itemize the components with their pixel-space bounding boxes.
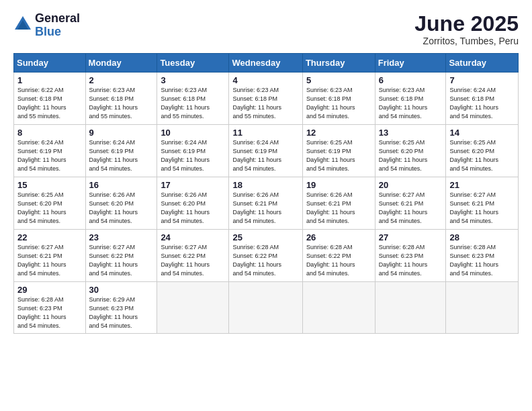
- day-info: Sunrise: 6:25 AM Sunset: 6:20 PM Dayligh…: [17, 191, 83, 226]
- day-number: 21: [449, 180, 515, 190]
- table-row: [302, 282, 375, 334]
- location: Zorritos, Tumbes, Peru: [414, 36, 519, 46]
- day-number: 17: [161, 180, 226, 190]
- day-info: Sunrise: 6:23 AM Sunset: 6:18 PM Dayligh…: [232, 86, 299, 121]
- table-row: 19Sunrise: 6:26 AM Sunset: 6:21 PM Dayli…: [302, 177, 375, 230]
- day-info: Sunrise: 6:23 AM Sunset: 6:18 PM Dayligh…: [306, 86, 372, 121]
- table-row: 29Sunrise: 6:28 AM Sunset: 6:23 PM Dayli…: [14, 282, 86, 334]
- table-row: 22Sunrise: 6:27 AM Sunset: 6:21 PM Dayli…: [14, 230, 86, 282]
- day-info: Sunrise: 6:29 AM Sunset: 6:23 PM Dayligh…: [89, 295, 154, 330]
- table-row: 21Sunrise: 6:27 AM Sunset: 6:21 PM Dayli…: [446, 177, 519, 230]
- day-number: 18: [232, 180, 299, 190]
- table-row: 28Sunrise: 6:28 AM Sunset: 6:23 PM Dayli…: [446, 230, 519, 282]
- month-title: June 2025: [414, 12, 519, 36]
- table-row: 11Sunrise: 6:24 AM Sunset: 6:19 PM Dayli…: [229, 125, 302, 177]
- day-info: Sunrise: 6:26 AM Sunset: 6:20 PM Dayligh…: [161, 191, 226, 226]
- day-number: 1: [17, 75, 83, 85]
- header: General Blue June 2025 Zorritos, Tumbes,…: [13, 12, 519, 46]
- day-number: 12: [306, 128, 372, 138]
- day-number: 24: [161, 232, 226, 242]
- day-info: Sunrise: 6:28 AM Sunset: 6:23 PM Dayligh…: [17, 295, 83, 330]
- day-number: 29: [17, 285, 83, 295]
- logo-general-text: General: [35, 12, 80, 26]
- day-number: 26: [306, 232, 372, 242]
- table-row: 10Sunrise: 6:24 AM Sunset: 6:19 PM Dayli…: [157, 125, 229, 177]
- day-info: Sunrise: 6:27 AM Sunset: 6:21 PM Dayligh…: [17, 243, 83, 278]
- day-number: 27: [379, 232, 443, 242]
- header-sunday: Sunday: [14, 54, 86, 73]
- day-number: 28: [449, 232, 515, 242]
- header-saturday: Saturday: [446, 54, 519, 73]
- day-number: 22: [17, 232, 83, 242]
- day-info: Sunrise: 6:23 AM Sunset: 6:18 PM Dayligh…: [89, 86, 154, 121]
- calendar-table: Sunday Monday Tuesday Wednesday Thursday…: [13, 53, 519, 334]
- day-number: 7: [449, 75, 515, 85]
- table-row: 2Sunrise: 6:23 AM Sunset: 6:18 PM Daylig…: [85, 73, 157, 125]
- day-number: 19: [306, 180, 372, 190]
- day-info: Sunrise: 6:27 AM Sunset: 6:22 PM Dayligh…: [89, 243, 154, 278]
- day-info: Sunrise: 6:22 AM Sunset: 6:18 PM Dayligh…: [17, 86, 83, 121]
- day-info: Sunrise: 6:25 AM Sunset: 6:20 PM Dayligh…: [449, 138, 515, 173]
- day-number: 9: [89, 128, 154, 138]
- day-number: 25: [232, 232, 299, 242]
- day-number: 3: [161, 75, 226, 85]
- day-info: Sunrise: 6:27 AM Sunset: 6:21 PM Dayligh…: [449, 191, 515, 226]
- table-row: 1Sunrise: 6:22 AM Sunset: 6:18 PM Daylig…: [14, 73, 86, 125]
- table-row: 27Sunrise: 6:28 AM Sunset: 6:23 PM Dayli…: [375, 230, 446, 282]
- table-row: 25Sunrise: 6:28 AM Sunset: 6:22 PM Dayli…: [229, 230, 302, 282]
- header-thursday: Thursday: [302, 54, 375, 73]
- table-row: 5Sunrise: 6:23 AM Sunset: 6:18 PM Daylig…: [302, 73, 375, 125]
- table-row: 18Sunrise: 6:26 AM Sunset: 6:21 PM Dayli…: [229, 177, 302, 230]
- table-row: 7Sunrise: 6:24 AM Sunset: 6:18 PM Daylig…: [446, 73, 519, 125]
- day-number: 5: [306, 75, 372, 85]
- logo: General Blue: [13, 12, 80, 39]
- table-row: 17Sunrise: 6:26 AM Sunset: 6:20 PM Dayli…: [157, 177, 229, 230]
- table-row: 24Sunrise: 6:27 AM Sunset: 6:22 PM Dayli…: [157, 230, 229, 282]
- table-row: 4Sunrise: 6:23 AM Sunset: 6:18 PM Daylig…: [229, 73, 302, 125]
- day-info: Sunrise: 6:26 AM Sunset: 6:21 PM Dayligh…: [232, 191, 299, 226]
- day-info: Sunrise: 6:27 AM Sunset: 6:22 PM Dayligh…: [161, 243, 226, 278]
- table-row: 20Sunrise: 6:27 AM Sunset: 6:21 PM Dayli…: [375, 177, 446, 230]
- day-info: Sunrise: 6:28 AM Sunset: 6:22 PM Dayligh…: [232, 243, 299, 278]
- table-row: 30Sunrise: 6:29 AM Sunset: 6:23 PM Dayli…: [85, 282, 157, 334]
- day-info: Sunrise: 6:24 AM Sunset: 6:18 PM Dayligh…: [449, 86, 515, 121]
- day-info: Sunrise: 6:23 AM Sunset: 6:18 PM Dayligh…: [161, 86, 226, 121]
- day-info: Sunrise: 6:26 AM Sunset: 6:20 PM Dayligh…: [89, 191, 154, 226]
- page: General Blue June 2025 Zorritos, Tumbes,…: [0, 0, 532, 340]
- day-info: Sunrise: 6:24 AM Sunset: 6:19 PM Dayligh…: [17, 138, 83, 173]
- day-info: Sunrise: 6:27 AM Sunset: 6:21 PM Dayligh…: [379, 191, 443, 226]
- day-number: 11: [232, 128, 299, 138]
- day-info: Sunrise: 6:25 AM Sunset: 6:20 PM Dayligh…: [379, 138, 443, 173]
- day-number: 13: [379, 128, 443, 138]
- table-row: 3Sunrise: 6:23 AM Sunset: 6:18 PM Daylig…: [157, 73, 229, 125]
- table-row: 16Sunrise: 6:26 AM Sunset: 6:20 PM Dayli…: [85, 177, 157, 230]
- logo-icon: [13, 15, 32, 34]
- table-row: 12Sunrise: 6:25 AM Sunset: 6:19 PM Dayli…: [302, 125, 375, 177]
- logo-blue-text: Blue: [35, 26, 80, 39]
- day-info: Sunrise: 6:25 AM Sunset: 6:19 PM Dayligh…: [306, 138, 372, 173]
- table-row: 8Sunrise: 6:24 AM Sunset: 6:19 PM Daylig…: [14, 125, 86, 177]
- table-row: [375, 282, 446, 334]
- day-info: Sunrise: 6:23 AM Sunset: 6:18 PM Dayligh…: [379, 86, 443, 121]
- day-info: Sunrise: 6:28 AM Sunset: 6:23 PM Dayligh…: [449, 243, 515, 278]
- day-info: Sunrise: 6:26 AM Sunset: 6:21 PM Dayligh…: [306, 191, 372, 226]
- table-row: [446, 282, 519, 334]
- table-row: 26Sunrise: 6:28 AM Sunset: 6:22 PM Dayli…: [302, 230, 375, 282]
- day-info: Sunrise: 6:24 AM Sunset: 6:19 PM Dayligh…: [232, 138, 299, 173]
- day-info: Sunrise: 6:24 AM Sunset: 6:19 PM Dayligh…: [89, 138, 154, 173]
- header-tuesday: Tuesday: [157, 54, 229, 73]
- logo-text: General Blue: [35, 12, 80, 39]
- day-number: 30: [89, 285, 154, 295]
- header-monday: Monday: [85, 54, 157, 73]
- table-row: [157, 282, 229, 334]
- table-row: 6Sunrise: 6:23 AM Sunset: 6:18 PM Daylig…: [375, 73, 446, 125]
- day-number: 2: [89, 75, 154, 85]
- day-number: 20: [379, 180, 443, 190]
- day-info: Sunrise: 6:24 AM Sunset: 6:19 PM Dayligh…: [161, 138, 226, 173]
- table-row: 23Sunrise: 6:27 AM Sunset: 6:22 PM Dayli…: [85, 230, 157, 282]
- header-wednesday: Wednesday: [229, 54, 302, 73]
- day-number: 23: [89, 232, 154, 242]
- day-number: 14: [449, 128, 515, 138]
- title-section: June 2025 Zorritos, Tumbes, Peru: [414, 12, 519, 46]
- table-row: 9Sunrise: 6:24 AM Sunset: 6:19 PM Daylig…: [85, 125, 157, 177]
